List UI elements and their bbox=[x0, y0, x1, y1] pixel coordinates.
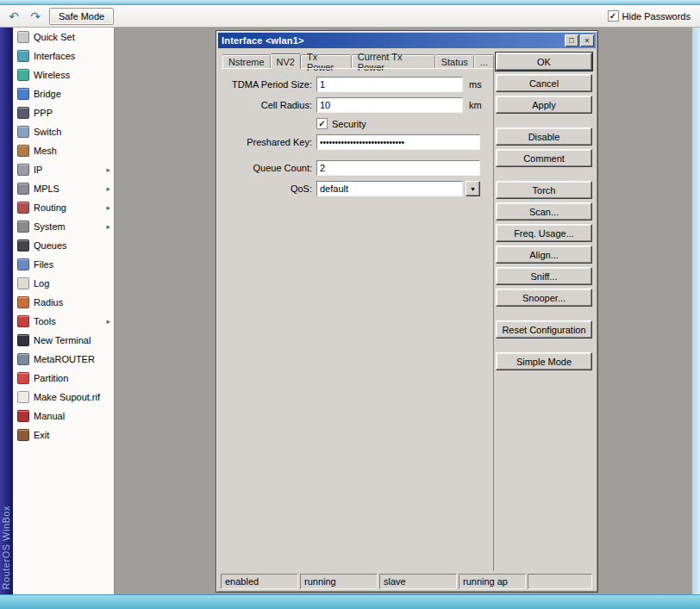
reset-configuration-button[interactable]: Reset Configuration bbox=[496, 320, 592, 339]
torch-button[interactable]: Torch bbox=[496, 181, 592, 199]
radius-icon bbox=[17, 296, 29, 308]
sidebar-item-mpls[interactable]: MPLS▸ bbox=[13, 179, 114, 198]
tab-bar: NstremeNV2Tx PowerCurrent Tx PowerStatus… bbox=[221, 53, 494, 68]
qos-dropdown-icon[interactable]: ▼ bbox=[466, 181, 480, 196]
sidebar-item-switch[interactable]: Switch bbox=[13, 122, 114, 141]
cell-radius-label: Cell Radius: bbox=[226, 100, 312, 110]
sidebar-item-ppp[interactable]: PPP bbox=[13, 103, 114, 122]
sidebar-item-label: Bridge bbox=[34, 89, 111, 99]
new-terminal-icon bbox=[17, 334, 29, 346]
submenu-arrow-icon: ▸ bbox=[106, 184, 111, 193]
freq-usage-button[interactable]: Freq. Usage... bbox=[496, 224, 592, 242]
ppp-icon bbox=[17, 107, 29, 119]
tab-more[interactable]: ... bbox=[474, 54, 494, 68]
safe-mode-button[interactable]: Safe Mode bbox=[49, 8, 114, 25]
sidebar-item-files[interactable]: Files bbox=[13, 255, 114, 274]
ok-button[interactable]: OK bbox=[496, 53, 592, 71]
sidebar-item-metarouter[interactable]: MetaROUTER bbox=[13, 350, 114, 369]
tab-status[interactable]: Status bbox=[435, 54, 474, 68]
hide-passwords-toggle[interactable]: ✓ Hide Passwords bbox=[608, 10, 696, 22]
dialog-buttons: OKCancelApplyDisableCommentTorchScan...F… bbox=[494, 53, 592, 571]
disable-button[interactable]: Disable bbox=[496, 127, 592, 146]
sidebar-item-system[interactable]: System▸ bbox=[13, 217, 114, 236]
tab-nv2[interactable]: NV2 bbox=[271, 53, 301, 69]
window-content: RouterOS WinBox Quick SetInterfacesWirel… bbox=[0, 28, 700, 594]
tdma-period-size-row: TDMA Period Size: 1 ms bbox=[226, 77, 493, 92]
sidebar-item-mesh[interactable]: Mesh bbox=[13, 141, 114, 160]
sidebar-item-interfaces[interactable]: Interfaces bbox=[13, 47, 114, 65]
sidebar-item-label: New Terminal bbox=[34, 335, 111, 345]
metarouter-icon bbox=[17, 353, 29, 365]
sidebar-item-label: Exit bbox=[34, 430, 111, 440]
sidebar-item-label: MetaROUTER bbox=[34, 354, 111, 364]
interfaces-icon bbox=[17, 50, 29, 62]
nv2-panel: TDMA Period Size: 1 ms Cell Radius: 10 k… bbox=[221, 68, 494, 571]
submenu-arrow-icon: ▸ bbox=[106, 203, 111, 212]
security-checkbox[interactable]: ✓ bbox=[316, 118, 328, 129]
cell-radius-input[interactable]: 10 bbox=[316, 97, 463, 113]
status-filler bbox=[528, 574, 592, 589]
sidebar-item-exit[interactable]: Exit bbox=[13, 426, 114, 444]
sidebar-item-label: System bbox=[34, 221, 102, 232]
sidebar-item-tools[interactable]: Tools▸ bbox=[13, 312, 114, 331]
tdma-period-size-label: TDMA Period Size: bbox=[226, 79, 312, 90]
cancel-button[interactable]: Cancel bbox=[496, 74, 592, 92]
sniff-button[interactable]: Sniff... bbox=[496, 267, 592, 285]
sidebar-item-bridge[interactable]: Bridge bbox=[13, 84, 114, 103]
close-icon[interactable]: × bbox=[580, 34, 594, 47]
tdma-period-size-unit: ms bbox=[469, 79, 482, 90]
qos-select[interactable]: default bbox=[316, 181, 463, 196]
sidebar-item-label: Quick Set bbox=[34, 32, 111, 42]
system-icon bbox=[17, 221, 29, 233]
sidebar-item-ip[interactable]: IP▸ bbox=[13, 160, 114, 179]
make-supout-icon bbox=[17, 391, 29, 403]
switch-icon bbox=[17, 126, 29, 138]
sidebar-item-label: Manual bbox=[34, 411, 111, 421]
routing-icon bbox=[17, 202, 29, 214]
sidebar-item-label: Log bbox=[34, 278, 111, 289]
wireless-icon bbox=[17, 69, 29, 81]
sidebar-item-routing[interactable]: Routing▸ bbox=[13, 198, 114, 217]
workspace: Interface <wlan1> □ × NstremeNV2Tx Power… bbox=[115, 28, 692, 594]
redo-icon[interactable]: ↷ bbox=[26, 8, 45, 25]
scan-button[interactable]: Scan... bbox=[496, 202, 592, 221]
simple-mode-button[interactable]: Simple Mode bbox=[496, 352, 592, 370]
sidebar-item-new-terminal[interactable]: New Terminal bbox=[13, 331, 114, 350]
sidebar-item-quick-set[interactable]: Quick Set bbox=[13, 28, 114, 47]
log-icon bbox=[17, 277, 29, 289]
hide-passwords-label: Hide Passwords bbox=[622, 11, 691, 22]
undo-icon[interactable]: ↶ bbox=[4, 8, 23, 25]
queues-icon bbox=[17, 239, 29, 252]
align-button[interactable]: Align... bbox=[496, 245, 592, 264]
tab-tx-power[interactable]: Tx Power bbox=[301, 54, 352, 68]
status-enabled: enabled bbox=[221, 574, 298, 589]
qos-row: QoS: default ▼ bbox=[226, 181, 493, 196]
tab-nstreme[interactable]: Nstreme bbox=[222, 54, 271, 68]
sidebar-item-queues[interactable]: Queues bbox=[13, 236, 114, 255]
dialog-titlebar[interactable]: Interface <wlan1> □ × bbox=[218, 33, 596, 48]
apply-button[interactable]: Apply bbox=[496, 96, 592, 114]
sidebar-item-manual[interactable]: Manual bbox=[13, 407, 114, 426]
status-running-ap: running ap bbox=[459, 574, 526, 589]
qos-label: QoS: bbox=[226, 183, 312, 194]
snooper-button[interactable]: Snooper... bbox=[496, 289, 592, 307]
sidebar-item-make-supout-rif[interactable]: Make Supout.rif bbox=[13, 388, 114, 407]
queue-count-row: Queue Count: 2 bbox=[226, 160, 493, 176]
tab-current-tx-power[interactable]: Current Tx Power bbox=[352, 54, 435, 68]
interface-dialog: Interface <wlan1> □ × NstremeNV2Tx Power… bbox=[216, 30, 598, 593]
submenu-arrow-icon: ▸ bbox=[106, 165, 111, 174]
sidebar-item-label: PPP bbox=[34, 108, 111, 118]
comment-button[interactable]: Comment bbox=[496, 149, 592, 167]
hide-passwords-checkbox[interactable]: ✓ bbox=[608, 10, 619, 22]
restore-icon[interactable]: □ bbox=[565, 34, 578, 47]
sidebar-item-label: Make Supout.rif bbox=[34, 392, 111, 402]
tdma-period-size-input[interactable]: 1 bbox=[316, 77, 463, 92]
sidebar-item-wireless[interactable]: Wireless bbox=[13, 65, 114, 84]
queue-count-input[interactable]: 2 bbox=[316, 160, 480, 176]
sidebar-item-log[interactable]: Log bbox=[13, 274, 114, 293]
preshared-key-input[interactable]: •••••••••••••••••••••••••••• bbox=[316, 134, 480, 150]
sidebar-item-partition[interactable]: Partition bbox=[13, 369, 114, 388]
sidebar-item-radius[interactable]: Radius bbox=[13, 293, 114, 312]
dialog-left-column: NstremeNV2Tx PowerCurrent Tx PowerStatus… bbox=[221, 53, 494, 571]
dialog-body: NstremeNV2Tx PowerCurrent Tx PowerStatus… bbox=[216, 48, 597, 574]
